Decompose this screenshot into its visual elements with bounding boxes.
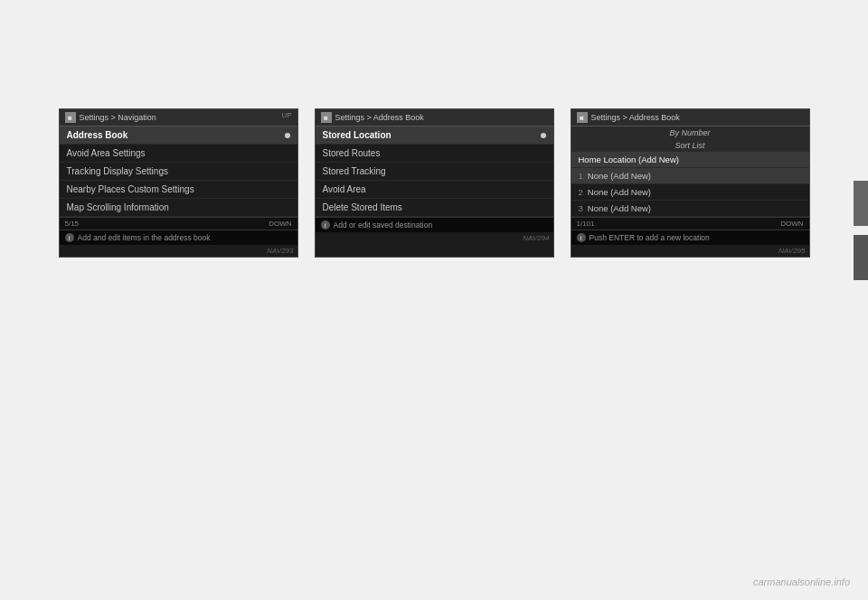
menu-item-dot [541, 133, 546, 138]
screen1: ■ Settings > Navigation UP Address Book … [59, 108, 298, 258]
menu-item-avoid-area[interactable]: Avoid Area Settings [60, 145, 297, 163]
screen3-down-button[interactable]: DOWN [780, 220, 803, 228]
screen3: M Home H ■ Settings > Address Book By Nu… [571, 108, 810, 258]
screen1-footer: 5/15 DOWN [60, 217, 297, 230]
home-location-item[interactable]: Home Location (Add New) [571, 152, 809, 168]
screen2: ■ Settings > Address Book Stored Locatio… [315, 108, 554, 258]
numbered-item-3[interactable]: 3None (Add New) [571, 201, 809, 217]
numbered-item-2[interactable]: 2None (Add New) [571, 184, 809, 201]
menu-item-nearby-places[interactable]: Nearby Places Custom Settings [60, 181, 297, 199]
menu-item-tracking-display[interactable]: Tracking Display Settings [60, 163, 297, 181]
screen1-down-button[interactable]: DOWN [269, 220, 291, 228]
sort-list-item[interactable]: Sort List [571, 139, 809, 152]
screen3-content: By Number Sort List Home Location (Add N… [571, 127, 809, 217]
screen2-info-text: Add or edit saved destination [334, 220, 433, 230]
watermark-text: carmanualsonline.info [753, 577, 850, 587]
screen1-info-icon: i [65, 233, 74, 242]
screen3-header: ■ Settings > Address Book [571, 109, 809, 127]
side-tab-2 [854, 235, 868, 280]
screen1-info-text: Add and edit items in the address book [78, 233, 211, 242]
screen1-header: ■ Settings > Navigation UP [60, 109, 297, 127]
screen2-header-icon: ■ [321, 112, 332, 123]
page-background: ■ Settings > Navigation UP Address Book … [0, 0, 868, 600]
side-tab-1 [854, 181, 868, 226]
by-number-item[interactable]: By Number [571, 127, 809, 139]
menu-item-avoid-area[interactable]: Avoid Area [316, 181, 553, 199]
menu-item-delete-stored[interactable]: Delete Stored Items [316, 199, 553, 217]
screen1-up-button[interactable]: UP [281, 111, 291, 119]
menu-item-stored-routes[interactable]: Stored Routes [316, 145, 553, 163]
screen3-breadcrumb: Settings > Address Book [591, 113, 680, 122]
screen1-menu: Address Book Avoid Area Settings Trackin… [60, 127, 297, 217]
screen3-info-icon: i [577, 233, 586, 242]
screens-container: ■ Settings > Navigation UP Address Book … [54, 108, 814, 258]
screen2-header: ■ Settings > Address Book [316, 109, 553, 127]
screen3-page-info: 1/101 [577, 220, 595, 228]
menu-item-stored-location[interactable]: Stored Location [316, 127, 553, 145]
screen3-footer: 1/101 DOWN [571, 217, 809, 230]
screen2-nav-code: NAV294 [316, 232, 553, 244]
screen3-info-text: Push ENTER to add a new location [590, 233, 710, 242]
screen3-header-icon: ■ [577, 112, 588, 123]
menu-item-dot [285, 133, 290, 138]
screen3-nav-code: NAV295 [571, 245, 809, 257]
screen3-info-bar: i Push ENTER to add a new location [571, 230, 809, 245]
screen2-breadcrumb: Settings > Address Book [335, 113, 424, 122]
menu-item-address-book[interactable]: Address Book [60, 127, 297, 145]
screen1-nav-code: NAV293 [60, 245, 297, 257]
menu-item-map-scrolling[interactable]: Map Scrolling Information [60, 199, 297, 217]
screen1-header-icon: ■ [65, 112, 76, 123]
screen1-breadcrumb: Settings > Navigation [80, 113, 156, 122]
screen2-info-bar: i Add or edit saved destination [316, 217, 553, 232]
screen2-menu: Stored Location Stored Routes Stored Tra… [316, 127, 553, 217]
numbered-item-1[interactable]: 1None (Add New) [571, 168, 809, 184]
screen2-info-icon: i [321, 220, 330, 230]
screen1-page-info: 5/15 [65, 220, 80, 228]
watermark: carmanualsonline.info [753, 573, 850, 589]
screen1-info-bar: i Add and edit items in the address book [60, 230, 297, 245]
menu-item-stored-tracking[interactable]: Stored Tracking [316, 163, 553, 181]
